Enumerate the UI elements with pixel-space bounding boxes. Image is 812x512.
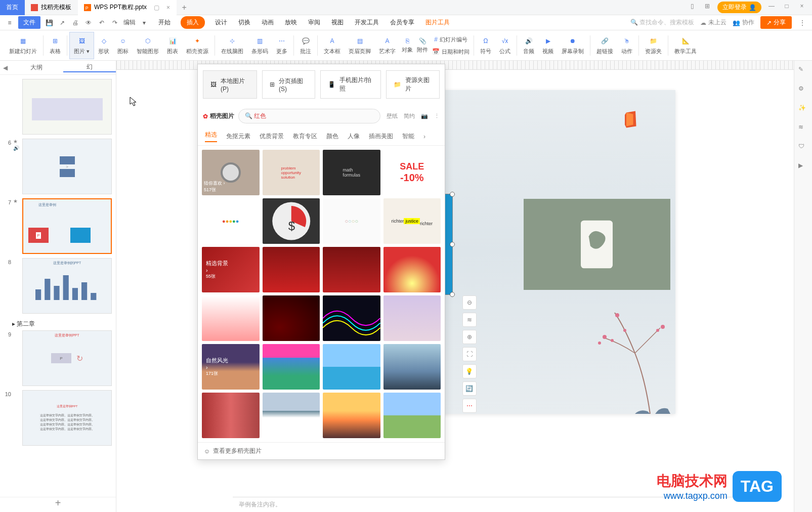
ribbon-datetime[interactable]: 📅日期和时间 [432, 46, 469, 58]
tab-animation[interactable]: 动画 [261, 16, 275, 29]
image-tile[interactable] [263, 344, 320, 390]
ribbon-teach[interactable]: 📐教学工具 [670, 32, 701, 59]
view-more-button[interactable]: ☺查看更多稻壳图片 [198, 442, 445, 459]
image-tile[interactable] [383, 393, 441, 438]
image-tile[interactable]: problemopportunitysolution [263, 150, 320, 195]
cat-next-icon[interactable]: › [423, 133, 425, 140]
image-tile[interactable]: mathformulas [323, 150, 380, 195]
slide-thumb-6[interactable]: > [22, 139, 112, 194]
image-tile[interactable] [323, 295, 380, 341]
filter-wallpaper[interactable]: 壁纸 [387, 112, 398, 120]
slide-thumb-9[interactable]: 这里是举例PPT P↻ [22, 330, 112, 386]
slide-thumb-7[interactable]: 这里是举例 P [22, 198, 112, 254]
collab-button[interactable]: 👥 协作 [733, 18, 754, 27]
ribbon-equation[interactable]: √x公式 [495, 32, 515, 59]
tab-design[interactable]: 设计 [214, 16, 228, 29]
image-tile[interactable] [383, 247, 441, 292]
dropdown-icon[interactable]: ▾ [140, 18, 149, 27]
ribbon-chart[interactable]: 📊图表 [163, 32, 182, 59]
minimize-button[interactable]: — [766, 3, 777, 13]
template-tab[interactable]: 找稻壳模板 [25, 0, 78, 15]
edit-menu[interactable]: 编辑 [123, 18, 136, 27]
cat-portrait[interactable]: 人像 [348, 132, 360, 141]
tab-start[interactable]: 开始 [157, 16, 172, 29]
image-tile[interactable] [323, 393, 380, 438]
camera-icon[interactable]: 📷 [421, 113, 428, 119]
side-tab-slides[interactable]: 幻 [63, 63, 116, 72]
slide-thumb-5[interactable] [22, 79, 112, 135]
tab-view[interactable]: 视图 [330, 16, 345, 29]
ribbon-audio[interactable]: 🔊音频 [519, 32, 538, 59]
section-header[interactable]: ▸ 第二章 [4, 318, 112, 330]
ribbon-comment[interactable]: 💬批注 [296, 32, 315, 59]
cat-cutout[interactable]: 免抠元素 [226, 132, 250, 141]
redo-icon[interactable]: ↷ [110, 18, 119, 27]
image-tile[interactable] [383, 344, 441, 390]
layers-panel-icon[interactable]: ≋ [798, 123, 808, 134]
ribbon-action[interactable]: 🖱动作 [617, 32, 636, 59]
ribbon-more[interactable]: ⋯更多 [272, 32, 291, 59]
ribbon-picture[interactable]: 🖼图片 ▾ [69, 32, 94, 59]
image-tile[interactable]: 精选背景 ›55张 [202, 247, 260, 292]
tab-slideshow[interactable]: 放映 [284, 16, 298, 29]
more-button[interactable]: ⋯ [462, 399, 477, 413]
ribbon-header[interactable]: ▤页眉页脚 [345, 32, 375, 59]
zoom-out-button[interactable]: ⊖ [462, 295, 477, 310]
image-tile[interactable] [202, 295, 260, 341]
ribbon-attachment[interactable]: 📎附件 [415, 32, 430, 59]
command-search[interactable]: 🔍 查找命令、搜索模板 [630, 18, 694, 27]
ribbon-icon-btn[interactable]: ☺图标 [113, 32, 133, 59]
cat-smart[interactable]: 智能 [402, 132, 414, 141]
export-icon[interactable]: ↗ [58, 18, 67, 27]
ribbon-resource[interactable]: ✦稻壳资源 [182, 32, 212, 59]
print-icon[interactable]: 🖨 [71, 18, 80, 27]
ribbon-barcode[interactable]: ▥条形码 [247, 32, 272, 59]
cat-illustration[interactable]: 插画美图 [369, 132, 393, 141]
cat-background[interactable]: 优质背景 [260, 132, 284, 141]
second-image[interactable] [524, 199, 670, 290]
layers-button[interactable]: ≋ [462, 313, 477, 327]
image-tile[interactable]: ○○○○ [323, 198, 380, 244]
ribbon-folder[interactable]: 📁资源夹 [641, 32, 666, 59]
save-icon[interactable]: 💾 [45, 18, 54, 27]
cat-color[interactable]: 颜色 [326, 132, 338, 141]
ribbon-shape[interactable]: ◇形状 [94, 32, 113, 59]
ribbon-record[interactable]: ⏺屏幕录制 [558, 32, 588, 59]
resize-handle-e[interactable] [450, 242, 455, 247]
add-slide-button[interactable]: + [0, 497, 116, 512]
settings-panel-icon[interactable]: ⚙ [798, 85, 808, 95]
cloud-button[interactable]: ☁ 未上云 [700, 18, 726, 27]
ribbon-textbox[interactable]: A文本框 [320, 32, 345, 59]
security-panel-icon[interactable]: 🛡 [798, 143, 808, 153]
idea-button[interactable]: 💡 [462, 364, 477, 378]
document-tab[interactable]: P WPS PPT教程.pptx ▢ × [78, 0, 177, 15]
zoom-in-button[interactable]: ⊕ [462, 330, 477, 344]
local-image-button[interactable]: 🖼本地图片(P) [203, 70, 257, 99]
image-tile[interactable]: richterjusticerichter [383, 198, 441, 244]
image-tile[interactable] [202, 393, 260, 438]
slide-thumb-10[interactable]: 这里是举例PPT 这是举例文字内容。这是举例文字内容。这是举例文字内容。这是举例… [22, 390, 112, 446]
add-tab-button[interactable]: + [177, 3, 192, 12]
cat-education[interactable]: 教育专区 [293, 132, 317, 141]
ribbon-table[interactable]: ⊞表格 [46, 32, 65, 59]
image-tile[interactable] [263, 393, 320, 438]
image-tile[interactable] [263, 295, 320, 341]
login-button[interactable]: 立即登录 👤 [717, 2, 761, 13]
close-button[interactable]: × [797, 3, 807, 13]
tab-devtools[interactable]: 开发工具 [354, 16, 380, 29]
tab-review[interactable]: 审阅 [307, 16, 321, 29]
image-search-input[interactable]: 🔍 红色 [238, 109, 380, 123]
layout-icon[interactable]: ▯ [687, 3, 697, 13]
more-options-icon[interactable]: ⋮ [434, 113, 440, 119]
split-image-button[interactable]: ⊞分页插图(S) [262, 70, 315, 99]
image-tile[interactable] [323, 247, 380, 292]
image-tile[interactable]: $ [263, 198, 320, 244]
tab-menu-icon[interactable]: ▢ [154, 4, 159, 11]
crop-button[interactable]: ⛶ [462, 347, 477, 361]
phone-image-button[interactable]: 📱手机图片/拍照 [320, 70, 381, 99]
tab-picture-tools[interactable]: 图片工具 [424, 16, 451, 29]
maximize-button[interactable]: □ [782, 3, 792, 13]
tab-transition[interactable]: 切换 [237, 16, 251, 29]
ribbon-object[interactable]: ⎘对象 [400, 32, 415, 59]
preview-icon[interactable]: 👁 [84, 18, 93, 27]
